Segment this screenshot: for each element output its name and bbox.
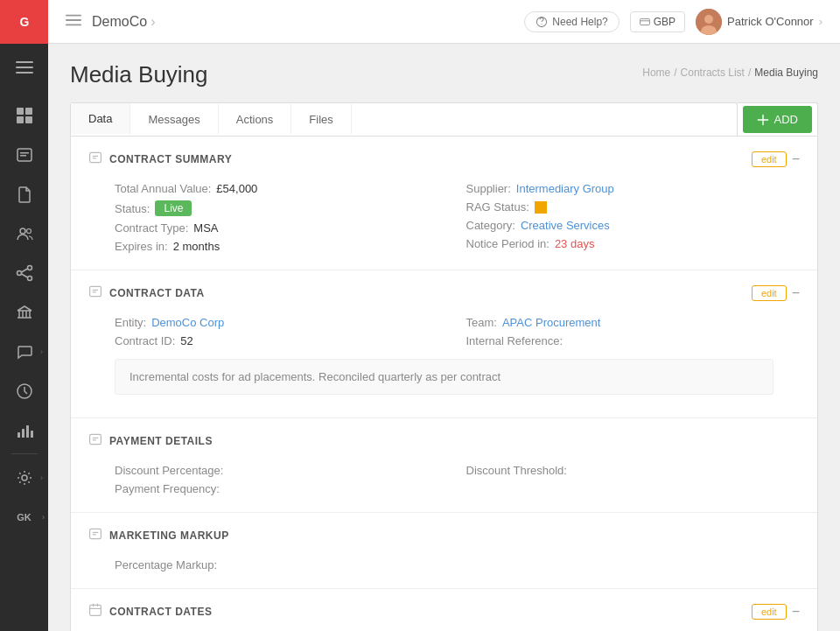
total-annual-value: £54,000 <box>216 182 257 195</box>
tabs-container: Data Messages Actions Files ADD <box>70 102 818 136</box>
total-annual-value-row: Total Annual Value: £54,000 <box>115 179 449 198</box>
team-value[interactable]: APAC Procurement <box>502 316 600 329</box>
sidebar-item-documents[interactable] <box>0 174 48 214</box>
topnav: DemoCo › Need Help? GBP Patrick O'Connor… <box>48 0 840 44</box>
sidebar-item-people[interactable] <box>0 214 48 253</box>
svg-rect-21 <box>22 429 24 438</box>
breadcrumb-contracts-list[interactable]: Contracts List <box>681 67 745 79</box>
total-annual-value-label: Total Annual Value: <box>115 182 211 195</box>
svg-rect-27 <box>66 25 81 26</box>
app-logo[interactable]: G <box>0 0 48 44</box>
entity-row: Entity: DemoCo Corp <box>115 313 449 332</box>
contract-id-value: 52 <box>180 334 192 347</box>
svg-text:G: G <box>19 15 29 29</box>
breadcrumb-home[interactable]: Home <box>642 67 670 79</box>
topnav-right: Need Help? GBP Patrick O'Connor › <box>524 9 822 35</box>
contract-data-actions: edit − <box>752 285 800 301</box>
internal-ref-row: Internal Reference: <box>466 332 801 350</box>
discount-pct-label: Discount Percentage: <box>115 464 223 477</box>
svg-rect-10 <box>20 152 29 154</box>
contract-data-icon <box>88 284 102 301</box>
notice-period-label: Notice Period in: <box>466 237 550 250</box>
notice-period-row: Notice Period in: 23 days <box>466 235 801 253</box>
contract-dates-actions: edit − <box>752 604 800 620</box>
svg-rect-26 <box>66 19 81 21</box>
svg-rect-42 <box>90 434 102 444</box>
status-badge: Live <box>155 200 192 216</box>
entity-value[interactable]: DemoCo Corp <box>151 316 224 329</box>
svg-rect-22 <box>26 425 29 438</box>
sidebar-item-dashboard[interactable] <box>0 95 48 135</box>
svg-rect-48 <box>90 605 102 615</box>
tab-data[interactable]: Data <box>71 103 130 136</box>
category-label: Category: <box>466 219 515 232</box>
sidebar-item-bank[interactable] <box>0 292 48 332</box>
svg-point-13 <box>26 228 31 233</box>
contract-summary-fields: Total Annual Value: £54,000 Status: Live… <box>88 179 800 256</box>
contract-type-label: Contract Type: <box>115 221 188 235</box>
svg-rect-45 <box>90 529 102 538</box>
sidebar-item-chat[interactable]: › <box>0 332 48 371</box>
contract-id-label: Contract ID: <box>115 334 175 347</box>
category-row: Category: Creative Services <box>466 216 801 235</box>
sidebar-item-clock[interactable] <box>0 371 48 410</box>
sidebar-item-gk[interactable]: GK › <box>0 497 48 536</box>
svg-rect-36 <box>90 152 102 162</box>
tab-actions[interactable]: Actions <box>219 104 292 135</box>
contract-type-row: Contract Type: MSA <box>115 219 449 237</box>
svg-rect-20 <box>18 432 20 438</box>
currency-button[interactable]: GBP <box>630 11 685 32</box>
contract-dates-section: CONTRACT DATES edit − Expires in: 2 mont… <box>71 589 817 631</box>
contract-notes: Incremental costs for ad placements. Rec… <box>115 359 774 395</box>
svg-rect-4 <box>16 72 33 74</box>
company-name: DemoCo <box>92 14 147 30</box>
page-title: Media Buying <box>70 61 208 88</box>
sidebar-item-contracts[interactable] <box>0 135 48 174</box>
contract-summary-edit-button[interactable]: edit <box>752 151 787 167</box>
svg-line-17 <box>21 269 27 272</box>
contract-summary-collapse-button[interactable]: − <box>792 152 800 166</box>
tabs-bar: Data Messages Actions Files <box>70 102 738 136</box>
contract-summary-actions: edit − <box>752 151 800 167</box>
help-button[interactable]: Need Help? <box>524 11 619 32</box>
sidebar-item-analytics[interactable] <box>0 410 48 450</box>
user-button[interactable]: Patrick O'Connor › <box>696 9 822 35</box>
contract-data-edit-button[interactable]: edit <box>752 285 787 301</box>
currency-label: GBP <box>654 16 676 28</box>
svg-point-14 <box>17 270 21 275</box>
payment-details-header: PAYMENT DETAILS <box>88 432 800 449</box>
svg-point-32 <box>704 15 713 24</box>
contract-data-collapse-button[interactable]: − <box>792 286 800 300</box>
team-label: Team: <box>466 316 497 329</box>
contract-data-header: CONTRACT DATA edit − <box>88 284 800 301</box>
tab-files[interactable]: Files <box>291 104 351 135</box>
svg-point-12 <box>20 228 25 234</box>
topnav-menu-icon[interactable] <box>66 12 81 31</box>
rag-status-row: RAG Status: <box>466 198 801 216</box>
marketing-markup-icon <box>88 527 102 543</box>
sidebar-item-workflows[interactable] <box>0 253 48 292</box>
sidebar: G › › GK › <box>0 0 48 631</box>
tab-messages[interactable]: Messages <box>130 104 218 135</box>
add-button[interactable]: ADD <box>743 106 812 133</box>
sidebar-item-menu[interactable] <box>0 47 48 87</box>
sidebar-item-settings[interactable]: › <box>0 458 48 497</box>
contract-data-title: CONTRACT DATA <box>109 287 205 299</box>
contract-dates-collapse-button[interactable]: − <box>792 605 800 619</box>
user-chevron: › <box>819 15 822 28</box>
help-label: Need Help? <box>552 16 607 28</box>
category-value[interactable]: Creative Services <box>521 219 610 232</box>
contract-data-fields: Entity: DemoCo Corp Contract ID: 52 Team… <box>88 313 800 350</box>
contract-summary-header: CONTRACT SUMMARY edit − <box>88 151 800 167</box>
page-header: Media Buying Home / Contracts List / Med… <box>70 61 818 88</box>
status-label: Status: <box>115 202 150 215</box>
percentage-markup-label: Percentage Markup: <box>115 558 217 571</box>
main-area: DemoCo › Need Help? GBP Patrick O'Connor… <box>48 0 840 631</box>
svg-rect-35 <box>757 119 768 120</box>
supplier-value[interactable]: Intermediary Group <box>516 182 614 195</box>
contract-dates-title: CONTRACT DATES <box>109 606 212 618</box>
svg-rect-39 <box>90 286 102 296</box>
contract-dates-edit-button[interactable]: edit <box>752 604 787 620</box>
breadcrumb: Home / Contracts List / Media Buying <box>642 67 818 79</box>
notice-period-value: 23 days <box>555 237 595 250</box>
